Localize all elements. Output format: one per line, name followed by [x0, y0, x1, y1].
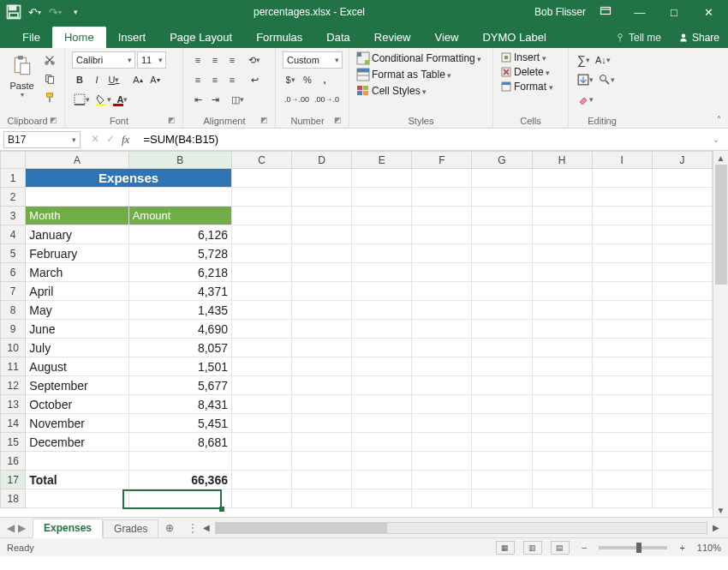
fx-icon[interactable]: fx — [122, 133, 129, 147]
cell[interactable] — [412, 376, 472, 395]
row-header-7[interactable]: 7 — [1, 282, 26, 301]
cell[interactable] — [231, 376, 291, 395]
zoom-out-button[interactable]: − — [578, 543, 590, 553]
cell-B15[interactable]: 8,681 — [128, 433, 231, 452]
cell[interactable] — [532, 169, 592, 188]
row-header-3[interactable]: 3 — [1, 207, 26, 225]
row-header-2[interactable]: 2 — [1, 188, 26, 207]
cell[interactable] — [592, 339, 652, 357]
cell-A7[interactable]: April — [26, 282, 128, 301]
cell[interactable] — [472, 207, 532, 225]
underline-button[interactable]: U — [106, 71, 122, 88]
cell[interactable] — [592, 414, 652, 433]
view-normal-icon[interactable]: ▦ — [496, 541, 515, 555]
align-right-icon[interactable]: ≡ — [224, 71, 240, 88]
cell-B4[interactable]: 6,126 — [128, 225, 231, 244]
sheet-nav-next-icon[interactable]: ▶ — [18, 522, 26, 534]
cell[interactable] — [292, 433, 352, 452]
zoom-level[interactable]: 110% — [697, 543, 721, 553]
cell[interactable] — [472, 471, 532, 489]
cell[interactable] — [412, 320, 472, 339]
cell-B10[interactable]: 8,057 — [128, 339, 231, 357]
cell[interactable] — [592, 301, 652, 320]
zoom-slider[interactable] — [599, 546, 667, 549]
cell[interactable] — [352, 414, 412, 433]
cell[interactable] — [592, 225, 652, 244]
cut-icon[interactable] — [42, 51, 57, 69]
cell[interactable] — [412, 452, 472, 471]
cell[interactable] — [352, 188, 412, 207]
sheet-tab-expenses[interactable]: Expenses — [33, 519, 103, 538]
cell[interactable] — [352, 357, 412, 376]
cell[interactable] — [231, 207, 291, 225]
cell[interactable] — [532, 301, 592, 320]
cell[interactable] — [652, 357, 712, 376]
cell-B12[interactable]: 5,677 — [128, 376, 231, 395]
align-left-icon[interactable]: ≡ — [190, 71, 206, 88]
fill-icon[interactable] — [576, 71, 595, 88]
cell[interactable] — [292, 357, 352, 376]
cell[interactable] — [352, 320, 412, 339]
col-header-A[interactable]: A — [26, 152, 128, 169]
row-header-16[interactable]: 16 — [1, 452, 26, 471]
cell[interactable] — [652, 301, 712, 320]
cell[interactable] — [231, 414, 291, 433]
cell[interactable] — [352, 489, 412, 508]
cell[interactable] — [128, 188, 231, 207]
name-box[interactable]: B17 — [3, 131, 81, 148]
merge-center-icon[interactable]: ◫ — [230, 91, 246, 108]
col-header-D[interactable]: D — [292, 152, 352, 169]
cell-A1[interactable]: Expenses — [26, 169, 232, 188]
maximize-button[interactable]: □ — [659, 6, 689, 19]
number-format-select[interactable]: Custom — [283, 51, 343, 69]
cell[interactable] — [292, 282, 352, 301]
cell[interactable] — [532, 225, 592, 244]
cell[interactable] — [231, 433, 291, 452]
vertical-scroll-thumb[interactable] — [715, 165, 727, 285]
cell[interactable] — [412, 169, 472, 188]
cell[interactable] — [652, 282, 712, 301]
cell[interactable] — [532, 452, 592, 471]
cell[interactable] — [231, 244, 291, 263]
cell[interactable] — [472, 339, 532, 357]
col-header-F[interactable]: F — [412, 152, 472, 169]
cell[interactable] — [532, 263, 592, 282]
paste-button[interactable]: Paste ▾ — [7, 51, 37, 99]
cell[interactable] — [231, 339, 291, 357]
share-button[interactable]: Share — [670, 27, 728, 48]
tab-data[interactable]: Data — [314, 27, 361, 48]
cells-insert-button[interactable]: Insert — [500, 51, 546, 63]
cell[interactable] — [652, 339, 712, 357]
cell[interactable] — [292, 244, 352, 263]
row-header-9[interactable]: 9 — [1, 320, 26, 339]
cell[interactable] — [412, 339, 472, 357]
cell[interactable] — [472, 188, 532, 207]
cell[interactable] — [231, 301, 291, 320]
cell-B3[interactable]: Amount — [128, 207, 231, 225]
col-header-I[interactable]: I — [592, 152, 652, 169]
cell-A3[interactable]: Month — [26, 207, 128, 225]
cell[interactable] — [231, 263, 291, 282]
cell[interactable] — [231, 282, 291, 301]
cell[interactable] — [352, 471, 412, 489]
formula-input[interactable] — [140, 133, 707, 146]
tab-home[interactable]: Home — [52, 27, 106, 48]
col-header-H[interactable]: H — [532, 152, 592, 169]
vertical-scrollbar[interactable]: ▲ ▼ — [713, 151, 728, 517]
cell[interactable] — [592, 244, 652, 263]
row-header-10[interactable]: 10 — [1, 339, 26, 357]
cell[interactable] — [472, 225, 532, 244]
cell[interactable] — [472, 433, 532, 452]
conditional-formatting-button[interactable]: Conditional Formatting — [356, 51, 481, 65]
cell[interactable] — [292, 489, 352, 508]
col-header-J[interactable]: J — [652, 152, 712, 169]
sort-filter-icon[interactable]: A↓ — [594, 51, 612, 69]
cell[interactable] — [652, 414, 712, 433]
view-page-layout-icon[interactable]: ▥ — [523, 541, 542, 555]
cell[interactable] — [592, 489, 652, 508]
align-top-icon[interactable]: ≡ — [190, 51, 206, 69]
cell[interactable] — [292, 301, 352, 320]
cell-A10[interactable]: July — [26, 339, 128, 357]
cell-A15[interactable]: December — [26, 433, 128, 452]
row-header-17[interactable]: 17 — [1, 471, 26, 489]
